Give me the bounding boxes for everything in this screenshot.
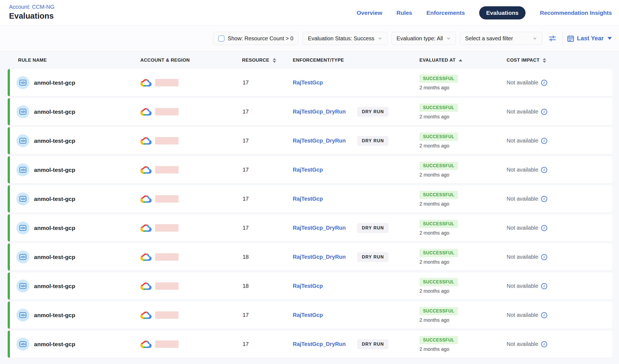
enforcement-link[interactable]: RajTestGcp: [293, 79, 323, 86]
account-region-cell: [140, 165, 242, 175]
breadcrumb[interactable]: Account: CCM-NG: [9, 4, 55, 10]
info-icon[interactable]: i: [541, 254, 547, 260]
sort-icon[interactable]: [543, 58, 546, 63]
enforcement-link[interactable]: RajTestGcp: [293, 167, 323, 173]
table-row[interactable]: </> anmol-test-gcp 17 Raj: [8, 69, 612, 96]
table-body: </> anmol-test-gcp 17 Raj: [8, 69, 612, 358]
enforcement-link[interactable]: RajTestGcp: [293, 283, 323, 289]
gcp-icon: [140, 252, 152, 262]
resource-count-cell: 17: [242, 341, 293, 347]
rule-name-cell: </> anmol-test-gcp: [18, 251, 140, 263]
enforcement-link[interactable]: RajTestGcp_DryRun: [293, 138, 346, 144]
cost-impact-cell: Not available i: [507, 167, 612, 173]
status-badge: SUCCESSFUL: [419, 278, 458, 286]
rule-code-icon: </>: [19, 196, 27, 202]
account-region-cell: [140, 340, 242, 349]
table-row[interactable]: </> anmol-test-gcp 17 Raj: [8, 214, 612, 241]
table-row[interactable]: </> anmol-test-gcp 17 Raj: [8, 156, 612, 183]
info-icon[interactable]: i: [541, 283, 547, 289]
account-region-cell: [140, 311, 242, 320]
resource-count-cell: 18: [242, 283, 293, 289]
rule-name-cell: </> anmol-test-gcp: [18, 280, 140, 292]
tab-enforcements[interactable]: Enforcements: [427, 10, 465, 16]
enforcement-link[interactable]: RajTestGcp_DryRun: [293, 225, 346, 231]
column-account-region[interactable]: ACCOUNT & REGION: [140, 58, 242, 63]
evaluated-at-cell: SUCCESSFUL 2 months ago: [419, 133, 507, 149]
redacted-account-name: [155, 195, 178, 203]
cost-impact-cell: Not available i: [507, 138, 612, 144]
enforcement-link[interactable]: RajTestGcp_DryRun: [293, 341, 346, 347]
redacted-account-name: [155, 253, 178, 261]
sort-icon[interactable]: [273, 58, 276, 63]
info-icon[interactable]: i: [541, 196, 547, 202]
chevron-down-icon: [378, 36, 382, 41]
evaluated-at-cell: SUCCESSFUL 2 months ago: [419, 75, 507, 91]
account-region-cell: [140, 223, 242, 233]
evaluation-type-dropdown[interactable]: Evaluation type: All: [391, 32, 456, 45]
rule-avatar: </>: [16, 163, 29, 176]
evaluation-status-dropdown[interactable]: Evaluation Status: Success: [303, 32, 387, 45]
cost-impact-value: Not available: [507, 341, 538, 347]
status-badge: SUCCESSFUL: [419, 162, 458, 170]
info-icon[interactable]: i: [541, 225, 547, 231]
resource-count-checkbox[interactable]: [218, 35, 225, 42]
rule-name: anmol-test-gcp: [34, 138, 75, 144]
enforcement-link[interactable]: RajTestGcp_DryRun: [293, 254, 346, 260]
enforcement-link[interactable]: RajTestGcp_DryRun: [293, 109, 346, 115]
evaluated-at-cell: SUCCESSFUL 2 months ago: [419, 336, 507, 352]
column-rule-name[interactable]: RULE NAME: [18, 58, 140, 63]
info-icon[interactable]: i: [541, 138, 547, 144]
rule-name: anmol-test-gcp: [34, 341, 75, 348]
cost-impact-value: Not available: [507, 225, 538, 231]
tab-recommendation-insights[interactable]: Recommendation Insights: [540, 10, 612, 16]
resource-count-cell: 17: [242, 138, 293, 144]
evaluated-at-cell: SUCCESSFUL 2 months ago: [419, 191, 507, 207]
evaluated-time: 2 months ago: [419, 85, 449, 91]
redacted-account-name: [155, 166, 178, 174]
column-evaluated-at[interactable]: EVALUATED AT: [419, 58, 507, 63]
column-cost-impact[interactable]: COST IMPACT: [507, 58, 612, 63]
tab-evaluations[interactable]: Evaluations: [479, 6, 526, 19]
table-row[interactable]: </> anmol-test-gcp 17 Raj: [8, 331, 612, 358]
rule-code-icon: </>: [19, 283, 27, 289]
saved-filter-dropdown[interactable]: Select a saved filter: [460, 32, 542, 45]
resource-count-filter[interactable]: Show: Resource Count > 0: [213, 32, 299, 45]
rule-name-cell: </> anmol-test-gcp: [18, 221, 140, 234]
info-icon[interactable]: i: [541, 80, 547, 86]
status-badge: SUCCESSFUL: [419, 249, 458, 257]
redacted-account-name: [155, 224, 178, 232]
column-resource[interactable]: RESOURCE: [242, 58, 293, 63]
filter-bar: Show: Resource Count > 0 Evaluation Stat…: [0, 25, 619, 52]
enforcement-link[interactable]: RajTestGcp: [293, 196, 323, 202]
info-icon[interactable]: i: [541, 312, 547, 318]
cost-impact-value: Not available: [507, 167, 538, 173]
table-row[interactable]: </> anmol-test-gcp 17 Raj: [8, 185, 612, 212]
enforcement-link[interactable]: RajTestGcp: [293, 312, 323, 318]
evaluated-time: 2 months ago: [419, 346, 449, 352]
rule-name: anmol-test-gcp: [34, 312, 75, 318]
info-icon[interactable]: i: [541, 109, 547, 115]
date-range-picker[interactable]: Last Year: [567, 35, 612, 42]
column-enforcement-type[interactable]: ENFORCEMENT/TYPE: [293, 58, 419, 63]
tab-overview[interactable]: Overview: [357, 10, 382, 16]
rule-name-cell: </> anmol-test-gcp: [18, 76, 140, 89]
table-row[interactable]: </> anmol-test-gcp 17 Raj: [8, 127, 612, 154]
table-row[interactable]: </> anmol-test-gcp 18 Raj: [8, 272, 612, 300]
status-badge: SUCCESSFUL: [419, 75, 458, 83]
table-row[interactable]: </> anmol-test-gcp 17 Raj: [8, 98, 612, 125]
info-icon[interactable]: i: [541, 341, 547, 347]
table-header: RULE NAME ACCOUNT & REGION RESOURCE ENFO…: [8, 52, 612, 69]
cost-impact-value: Not available: [507, 283, 538, 289]
filter-settings-button[interactable]: [546, 32, 558, 44]
tab-rules[interactable]: Rules: [396, 10, 412, 16]
table-row[interactable]: </> anmol-test-gcp 17 Raj: [8, 302, 612, 329]
sort-asc-icon[interactable]: [459, 59, 462, 61]
rule-name-cell: </> anmol-test-gcp: [18, 163, 140, 176]
dropdown-arrow-icon: [607, 37, 612, 40]
evaluated-time: 2 months ago: [419, 114, 449, 120]
chevron-down-icon: [533, 36, 537, 41]
resource-count-cell: 18: [242, 254, 293, 260]
rule-avatar: </>: [16, 251, 29, 263]
table-row[interactable]: </> anmol-test-gcp 18 Raj: [8, 243, 612, 271]
info-icon[interactable]: i: [541, 167, 547, 173]
